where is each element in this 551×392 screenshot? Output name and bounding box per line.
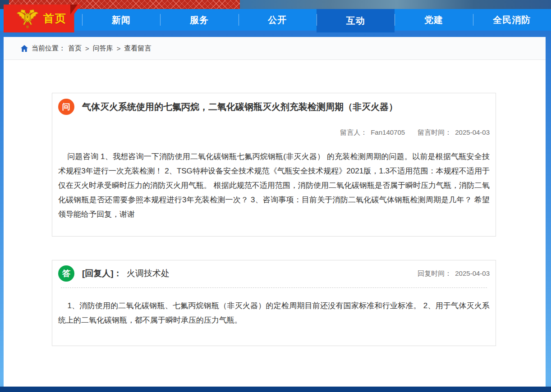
home-tab-label: 首页 (43, 11, 67, 26)
question-time-label: 留言时间： (418, 128, 451, 136)
breadcrumb-link-qa-library[interactable]: 问答库 (93, 44, 113, 53)
breadcrumb-link-home[interactable]: 首页 (68, 44, 82, 53)
answer-card: 答 [回复人]： 火调技术处 回复时间：2025-04-03 1、消防使用的二氧… (52, 260, 496, 346)
main-nav: 新闻 服务 公开 互动 党建 全民消防 (0, 9, 551, 31)
breadcrumb-separator: > (85, 45, 89, 52)
answer-time: 2025-04-03 (455, 269, 490, 277)
qa-container: 问 气体灭火系统使用的七氟丙烷，二氧化碳钢瓶灭火剂充装检测周期（非灭火器） 留言… (52, 93, 496, 346)
nav-item-news[interactable]: 新闻 (82, 9, 160, 31)
page: 新闻 服务 公开 互动 党建 全民消防 (0, 0, 551, 392)
content-panel: 当前位置： 首页 > 问答库 > 查看留言 问 气体灭火系统使用的七氟丙烷，二氧… (4, 37, 546, 387)
question-badge-icon: 问 (58, 99, 74, 115)
header-photo-strip (0, 0, 551, 9)
answer-body: 1、消防使用的二氧化碳钢瓶、七氟丙烷钢瓶（非灭火器）的定检周期目前还没有国家标准… (58, 299, 490, 328)
nav-item-party[interactable]: 党建 (395, 9, 473, 31)
question-meta: 留言人：Fan140705 留言时间：2025-04-03 (58, 128, 490, 137)
question-user: Fan140705 (371, 128, 405, 136)
breadcrumb: 当前位置： 首页 > 问答库 > 查看留言 (4, 37, 546, 60)
nav-item-interaction[interactable]: 互动 (317, 9, 395, 32)
answer-replier: 火调技术处 (127, 268, 170, 279)
home-icon (21, 45, 28, 52)
home-tab[interactable]: 首页 (4, 5, 81, 32)
answer-time-label: 回复时间： (418, 269, 451, 277)
nav-item-public[interactable]: 公开 (239, 9, 317, 31)
question-user-label: 留言人： (340, 128, 367, 136)
answer-meta: 回复时间：2025-04-03 (418, 269, 490, 278)
fire-emblem-icon (15, 6, 40, 31)
answer-replier-label: [回复人]： (82, 268, 122, 279)
question-card: 问 气体灭火系统使用的七氟丙烷，二氧化碳钢瓶灭火剂充装检测周期（非灭火器） 留言… (52, 93, 496, 237)
breadcrumb-separator: > (117, 45, 121, 52)
question-body: 问题咨询 1、我想咨询一下消防使用二氧化碳钢瓶七氟丙烷钢瓶(非灭火器） 的充装检… (58, 150, 490, 222)
answer-divider (61, 287, 487, 288)
answer-badge-icon: 答 (58, 265, 74, 282)
nav-item-services[interactable]: 服务 (160, 9, 238, 31)
question-title: 气体灭火系统使用的七氟丙烷，二氧化碳钢瓶灭火剂充装检测周期（非灭火器） (82, 101, 398, 113)
breadcrumb-label: 当前位置： (32, 44, 65, 53)
nav-item-national-fire[interactable]: 全民消防 (473, 9, 551, 31)
footer-bar (0, 387, 551, 392)
question-time: 2025-04-03 (455, 128, 490, 136)
breadcrumb-link-view-message[interactable]: 查看留言 (124, 44, 152, 53)
